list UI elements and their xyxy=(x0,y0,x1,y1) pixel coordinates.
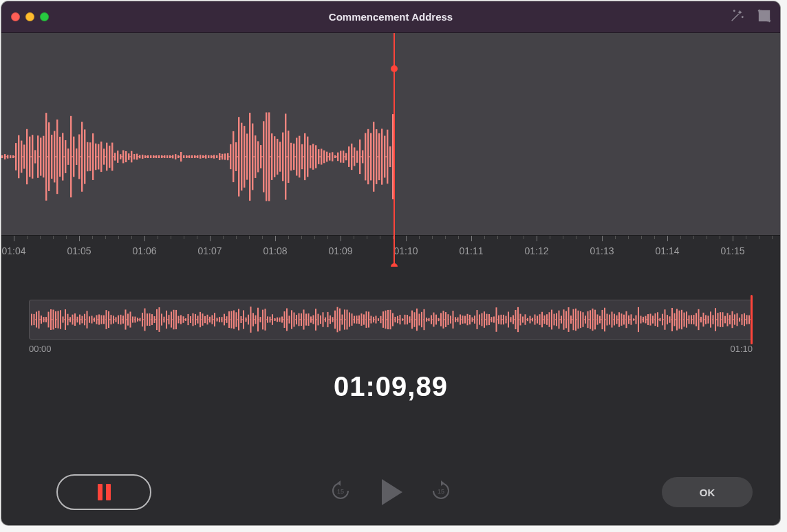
svg-rect-629 xyxy=(532,318,533,321)
pause-button[interactable] xyxy=(56,474,151,510)
skip-back-button[interactable]: 15 xyxy=(330,480,352,505)
svg-rect-162 xyxy=(164,155,165,158)
svg-rect-488 xyxy=(193,313,194,326)
svg-rect-525 xyxy=(281,317,283,323)
svg-text:15: 15 xyxy=(337,488,344,495)
svg-rect-594 xyxy=(448,314,449,325)
svg-rect-645 xyxy=(570,315,572,324)
svg-rect-611 xyxy=(488,314,490,325)
svg-rect-424 xyxy=(39,311,40,329)
svg-rect-485 xyxy=(185,318,186,321)
svg-rect-233 xyxy=(359,140,360,174)
svg-rect-676 xyxy=(645,316,647,324)
svg-rect-546 xyxy=(332,317,334,322)
svg-rect-552 xyxy=(347,310,348,330)
timeline-ruler[interactable]: 01:0401:0501:0601:0701:0801:0901:1001:11… xyxy=(1,235,780,267)
waveform-detail-view[interactable]: 01:0401:0501:0601:0701:0801:0901:1001:11… xyxy=(1,33,780,267)
svg-rect-648 xyxy=(578,311,579,329)
svg-rect-472 xyxy=(154,316,155,323)
svg-rect-457 xyxy=(118,315,119,324)
svg-rect-204 xyxy=(279,142,281,171)
svg-rect-626 xyxy=(525,314,526,324)
svg-rect-590 xyxy=(438,318,440,321)
svg-rect-160 xyxy=(158,155,160,158)
svg-rect-513 xyxy=(252,313,254,326)
enhance-icon[interactable] xyxy=(729,8,744,26)
svg-rect-475 xyxy=(161,313,162,325)
svg-rect-230 xyxy=(351,144,352,170)
svg-rect-103 xyxy=(1,155,3,158)
svg-rect-222 xyxy=(329,153,330,160)
svg-rect-554 xyxy=(352,313,353,326)
svg-rect-238 xyxy=(373,122,374,192)
svg-rect-142 xyxy=(109,146,110,168)
svg-rect-110 xyxy=(21,141,22,173)
svg-rect-576 xyxy=(405,315,406,324)
svg-rect-143 xyxy=(111,143,113,171)
svg-rect-108 xyxy=(15,143,17,170)
svg-rect-483 xyxy=(180,315,182,324)
svg-rect-637 xyxy=(551,310,552,330)
svg-rect-502 xyxy=(226,316,228,323)
svg-rect-555 xyxy=(354,316,355,324)
audio-editor-window: Commencement Address xyxy=(1,1,780,525)
svg-rect-577 xyxy=(407,315,408,324)
svg-rect-186 xyxy=(230,144,231,169)
svg-rect-623 xyxy=(517,307,519,332)
titlebar: Commencement Address xyxy=(1,1,780,33)
svg-rect-151 xyxy=(133,154,135,159)
svg-rect-104 xyxy=(4,154,6,159)
svg-rect-172 xyxy=(191,155,193,158)
svg-rect-641 xyxy=(561,315,562,323)
svg-rect-442 xyxy=(82,316,83,324)
svg-rect-199 xyxy=(266,113,267,201)
svg-rect-622 xyxy=(515,310,517,329)
svg-rect-536 xyxy=(308,313,310,326)
svg-rect-147 xyxy=(122,151,124,164)
svg-rect-625 xyxy=(522,316,524,322)
svg-rect-239 xyxy=(376,129,377,184)
svg-rect-516 xyxy=(260,317,261,322)
svg-rect-499 xyxy=(219,317,220,322)
svg-rect-229 xyxy=(348,146,349,167)
ruler-tick-label: 01:14 xyxy=(655,245,679,256)
svg-rect-203 xyxy=(277,139,278,175)
svg-rect-427 xyxy=(45,317,47,322)
svg-rect-119 xyxy=(45,113,47,201)
svg-rect-440 xyxy=(77,317,78,323)
svg-rect-139 xyxy=(100,142,102,172)
svg-rect-647 xyxy=(575,309,576,331)
play-button[interactable] xyxy=(382,479,402,505)
waveform-overview[interactable]: 00:00 01:10 xyxy=(29,300,753,349)
svg-rect-231 xyxy=(354,147,355,166)
svg-rect-520 xyxy=(270,317,271,323)
svg-rect-615 xyxy=(498,315,499,324)
svg-rect-200 xyxy=(268,112,270,201)
svg-rect-197 xyxy=(260,145,261,168)
svg-rect-631 xyxy=(537,315,538,323)
svg-rect-635 xyxy=(546,314,548,325)
svg-rect-616 xyxy=(501,315,502,324)
svg-rect-538 xyxy=(313,315,314,324)
svg-rect-562 xyxy=(371,315,372,323)
svg-rect-610 xyxy=(486,314,488,326)
svg-rect-585 xyxy=(426,318,427,322)
svg-rect-686 xyxy=(669,316,671,322)
playhead[interactable] xyxy=(394,33,395,267)
trim-icon[interactable] xyxy=(757,8,772,26)
svg-rect-244 xyxy=(389,146,391,167)
svg-rect-455 xyxy=(113,315,114,323)
overview-playhead[interactable] xyxy=(751,295,753,344)
svg-rect-504 xyxy=(231,311,233,328)
ruler-tick-label: 01:11 xyxy=(459,245,483,256)
svg-rect-666 xyxy=(621,313,623,326)
svg-rect-243 xyxy=(387,130,388,184)
skip-forward-button[interactable]: 15 xyxy=(430,480,452,505)
ok-button[interactable]: OK xyxy=(662,477,753,507)
svg-rect-561 xyxy=(368,311,369,327)
svg-rect-141 xyxy=(106,143,107,171)
svg-rect-691 xyxy=(681,310,682,329)
svg-rect-128 xyxy=(70,116,72,197)
svg-rect-471 xyxy=(151,314,153,325)
svg-rect-539 xyxy=(315,309,316,331)
